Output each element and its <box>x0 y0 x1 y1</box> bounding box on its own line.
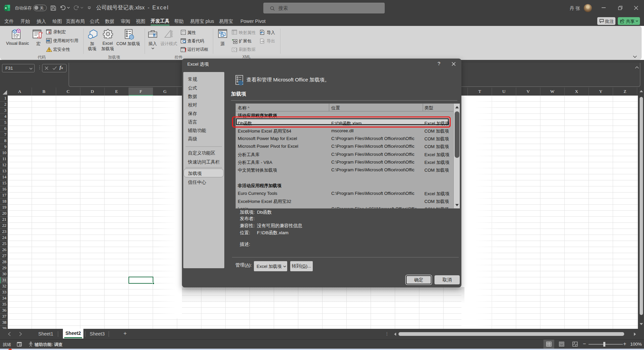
svg-text:X: X <box>5 6 7 10</box>
